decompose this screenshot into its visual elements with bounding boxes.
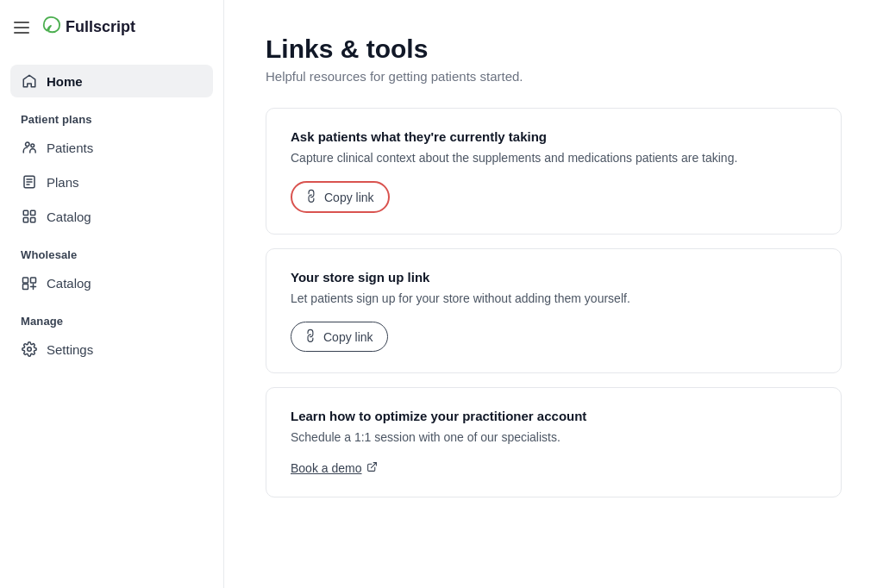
svg-rect-8 (23, 218, 28, 222)
sidebar-item-catalog-1-label: Catalog (47, 210, 91, 224)
sidebar-header: Fullscript (0, 0, 223, 54)
sidebar-item-settings-label: Settings (47, 342, 93, 357)
sidebar-item-catalog-2[interactable]: Catalog (10, 266, 213, 299)
sidebar-item-catalog-1[interactable]: Catalog (10, 200, 213, 233)
sidebar-item-patients-label: Patients (47, 141, 93, 155)
sidebar-item-plans-label: Plans (47, 175, 79, 190)
link-icon-1 (303, 188, 322, 207)
logo-leaf-icon (41, 16, 60, 39)
sidebar-item-plans[interactable]: Plans (10, 166, 213, 198)
card2-copy-link-label: Copy link (323, 330, 373, 344)
svg-point-1 (31, 144, 34, 147)
plans-icon (21, 173, 38, 191)
svg-point-13 (28, 347, 32, 352)
sidebar: Fullscript Home Patient plans (0, 0, 224, 588)
card-optimize-account: Learn how to optimize your practitioner … (266, 387, 842, 497)
card1-copy-link-label: Copy link (324, 191, 374, 204)
svg-rect-11 (31, 278, 36, 283)
card3-title: Learn how to optimize your practitioner … (291, 409, 817, 423)
card3-description: Schedule a 1:1 session with one of our s… (291, 428, 817, 447)
section-manage: Manage (10, 301, 213, 333)
svg-rect-10 (23, 278, 28, 283)
main-content: Links & tools Helpful resources for gett… (224, 0, 883, 588)
card1-title: Ask patients what they're currently taki… (291, 129, 817, 144)
hamburger-icon[interactable] (14, 22, 29, 34)
link-icon-2 (302, 328, 321, 347)
card2-copy-link-button[interactable]: Copy link (291, 322, 388, 352)
external-link-icon (366, 461, 378, 475)
section-patient-plans: Patient plans (10, 99, 213, 131)
book-demo-link[interactable]: Book a demo (291, 461, 378, 475)
page-title: Links & tools (266, 34, 842, 64)
sidebar-item-catalog-2-label: Catalog (47, 276, 91, 291)
card-store-signup: Your store sign up link Let patients sig… (266, 248, 842, 373)
section-wholesale: Wholesale (10, 235, 213, 266)
catalog-2-icon (21, 274, 38, 291)
svg-point-0 (26, 142, 30, 147)
catalog-1-icon (21, 208, 38, 225)
sidebar-item-settings[interactable]: Settings (10, 333, 213, 366)
svg-rect-7 (31, 210, 35, 215)
svg-rect-12 (23, 285, 28, 290)
sidebar-item-patients[interactable]: Patients (10, 131, 213, 164)
book-demo-label: Book a demo (291, 461, 362, 475)
svg-rect-9 (31, 218, 35, 222)
card2-description: Let patients sign up for your store with… (291, 290, 817, 308)
card1-description: Capture clinical context about the suppl… (291, 149, 817, 167)
patients-icon (21, 139, 38, 156)
svg-rect-6 (23, 210, 28, 215)
card1-copy-link-button[interactable]: Copy link (291, 181, 390, 213)
sidebar-nav: Home Patient plans Patients (0, 54, 223, 588)
app-name: Fullscript (66, 18, 135, 36)
sidebar-item-home[interactable]: Home (10, 65, 213, 97)
home-icon (21, 72, 38, 90)
card2-title: Your store sign up link (291, 270, 817, 285)
logo-area: Fullscript (41, 16, 135, 39)
card-ask-patients: Ask patients what they're currently taki… (266, 108, 842, 235)
svg-line-14 (371, 463, 376, 468)
page-subtitle: Helpful resources for getting patients s… (266, 69, 842, 84)
settings-icon (21, 341, 38, 358)
sidebar-item-home-label: Home (47, 74, 83, 89)
